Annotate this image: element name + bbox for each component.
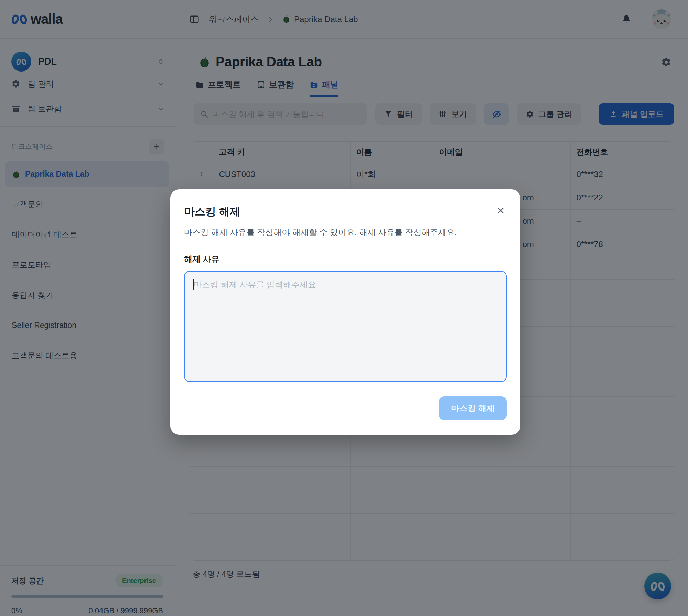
modal-actions: 마스킹 해제 [184,396,507,420]
modal-header: 마스킹 해제 [184,205,507,219]
text-caret [193,279,194,290]
reason-textarea[interactable] [184,271,507,382]
close-button[interactable] [495,205,507,217]
reason-field [184,271,507,383]
close-icon [496,206,505,215]
app-root: walla 워크스페이스 Paprika Data Lab [0,0,688,616]
modal-description: 마스킹 해제 사유를 작성해야 해제할 수 있어요. 해제 사유를 작성해주세요… [184,227,507,239]
reason-field-label: 해제 사유 [184,254,507,265]
unmask-submit-button[interactable]: 마스킹 해제 [439,396,507,420]
modal-title: 마스킹 해제 [184,205,240,219]
unmask-modal: 마스킹 해제 마스킹 해제 사유를 작성해야 해제할 수 있어요. 해제 사유를… [170,189,520,435]
